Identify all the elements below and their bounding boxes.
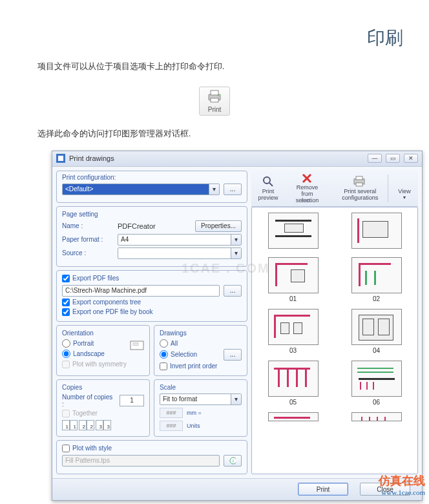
orientation-preview-icon <box>130 339 144 352</box>
print-button[interactable]: Print <box>298 483 348 496</box>
magnifier-icon <box>262 174 275 189</box>
export-one-pdf-checkbox[interactable]: Export one PDF file by book <box>62 308 242 316</box>
thumb-label: 03 <box>289 347 297 354</box>
print-config-combo[interactable]: <Default> ▾ <box>62 184 220 195</box>
portrait-radio[interactable]: Portrait <box>62 339 126 348</box>
chevron-down-icon: ▾ <box>209 184 219 194</box>
page-title: 印刷 <box>0 0 429 60</box>
copies-title: Copies <box>62 384 144 391</box>
thumb-label: 05 <box>289 399 297 406</box>
export-pdf-files-checkbox[interactable]: Export PDF files <box>62 275 242 282</box>
plot-style-group: Plot with style i <box>56 440 247 474</box>
svg-rect-5 <box>58 156 63 161</box>
num-copies-label: Number of copies : <box>62 394 116 408</box>
print-several-button[interactable]: Print several configurations <box>337 172 382 205</box>
delete-x-icon <box>300 172 313 185</box>
intro-p2: 选择此命令的访问打印图形管理器对话框. <box>0 127 429 151</box>
pdf-path-browse-button[interactable]: ... <box>224 285 242 297</box>
printer-icon <box>206 89 223 105</box>
brand-url: www.1cae.com <box>379 488 425 496</box>
minimize-button[interactable]: — <box>368 154 382 163</box>
paper-format-combo[interactable]: A4 ▾ <box>118 234 242 246</box>
landscape-radio[interactable]: Landscape <box>62 350 126 358</box>
thumb-label: 01 <box>289 295 297 302</box>
thumb-03[interactable] <box>268 309 319 345</box>
printer-multi-icon <box>353 174 367 189</box>
right-column: Print preview Remove from selection Edit… <box>251 171 418 474</box>
source-label: Source : <box>62 249 114 257</box>
left-column: Print configuration: <Default> ▾ ... Pag… <box>56 171 247 474</box>
drawings-group: Drawings All Selection ... Invert print … <box>154 325 247 376</box>
svg-rect-16 <box>356 176 362 180</box>
orientation-title: Orientation <box>62 330 144 337</box>
orientation-group: Orientation Portrait Landscape Plot with… <box>56 325 150 376</box>
drawings-browse-button[interactable]: ... <box>224 349 242 361</box>
drawing-thumbnails: 01 02 03 04 05 06 <box>251 207 418 474</box>
scale-mm-cell: ### <box>160 408 183 418</box>
thumb-00a[interactable] <box>268 213 319 249</box>
thumb-04[interactable] <box>351 309 402 345</box>
print-config-browse-button[interactable]: ... <box>224 184 242 195</box>
thumb-00b[interactable] <box>351 213 402 249</box>
scale-units-label: Units <box>187 423 210 429</box>
svg-text:i: i <box>233 458 234 464</box>
intro-p1: 项目文件可以从位于项目选项卡上的打印命令打印. <box>0 60 429 83</box>
thumb-07[interactable] <box>268 412 319 421</box>
thumb-02[interactable] <box>351 257 402 293</box>
plot-style-checkbox[interactable]: Plot with style <box>62 445 242 452</box>
name-label: Name : <box>62 222 114 229</box>
dialog-title: Print drawings <box>69 154 114 162</box>
source-combo[interactable]: ▾ <box>118 247 242 259</box>
thumb-label: 02 <box>373 295 380 302</box>
svg-line-12 <box>269 183 273 186</box>
view-dropdown[interactable]: View ▼ <box>393 172 415 205</box>
drawings-title: Drawings <box>160 330 242 337</box>
plot-style-help-button[interactable]: i <box>224 455 242 467</box>
close-window-button[interactable]: ✕ <box>404 154 418 163</box>
drawings-selection-radio[interactable]: Selection <box>160 350 220 359</box>
thumb-01[interactable] <box>268 257 319 293</box>
paper-format-label: Paper format : <box>62 236 114 243</box>
thumb-label: 04 <box>373 347 380 354</box>
num-copies-spinner[interactable]: 1 <box>120 395 144 406</box>
info-icon: i <box>229 457 236 465</box>
chevron-down-icon: ▾ <box>231 248 241 258</box>
print-config-group: Print configuration: <Default> ▾ ... <box>56 171 247 203</box>
scale-group: Scale Fit to format ▾ ### mm = ### Units <box>154 379 247 437</box>
print-drawings-dialog: Print drawings — ▭ ✕ Print configuration… <box>52 151 423 501</box>
thumb-05[interactable] <box>268 361 319 397</box>
together-checkbox[interactable]: Together <box>62 410 144 417</box>
chevron-down-icon: ▾ <box>231 394 241 404</box>
print-config-value: <Default> <box>65 185 93 193</box>
pdf-path-input[interactable] <box>62 285 220 297</box>
svg-rect-17 <box>356 183 362 186</box>
scale-mode-combo[interactable]: Fit to format ▾ <box>160 394 242 405</box>
thumb-08[interactable] <box>351 412 402 421</box>
maximize-button[interactable]: ▭ <box>386 154 400 163</box>
properties-button[interactable]: Properties... <box>195 220 242 232</box>
ribbon: Print preview Remove from selection Edit… <box>251 171 418 207</box>
print-config-label: Print configuration: <box>62 174 242 181</box>
plot-style-input <box>62 455 220 467</box>
app-icon <box>56 154 65 163</box>
chevron-down-icon: ▼ <box>403 195 407 200</box>
export-pdf-group: Export PDF files ... Export components t… <box>56 270 247 322</box>
thumb-06[interactable] <box>351 361 402 397</box>
page-setting-group: Page setting Name : PDFCreator Propertie… <box>56 206 247 267</box>
paper-format-value: A4 <box>121 236 129 243</box>
svg-rect-2 <box>211 98 218 102</box>
export-components-checkbox[interactable]: Export components tree <box>62 299 242 306</box>
invert-order-checkbox[interactable]: Invert print order <box>160 362 242 370</box>
svg-point-3 <box>218 95 219 96</box>
print-preview-button[interactable]: Print preview <box>254 172 282 205</box>
dialog-footer: Print Close <box>52 478 422 500</box>
print-command-button[interactable]: Print <box>199 87 230 116</box>
site-brand: 仿真在线 www.1cae.com <box>379 473 425 496</box>
svg-rect-1 <box>211 90 218 95</box>
drawings-all-radio[interactable]: All <box>160 339 242 348</box>
plot-symmetry-checkbox[interactable]: Plot with symmetry <box>62 361 144 368</box>
dialog-titlebar: Print drawings — ▭ ✕ <box>52 151 422 167</box>
copies-group: Copies Number of copies : 1 Together 11 … <box>56 379 150 437</box>
thumb-label: 06 <box>373 399 380 406</box>
scale-mode-value: Fit to format <box>163 395 197 403</box>
